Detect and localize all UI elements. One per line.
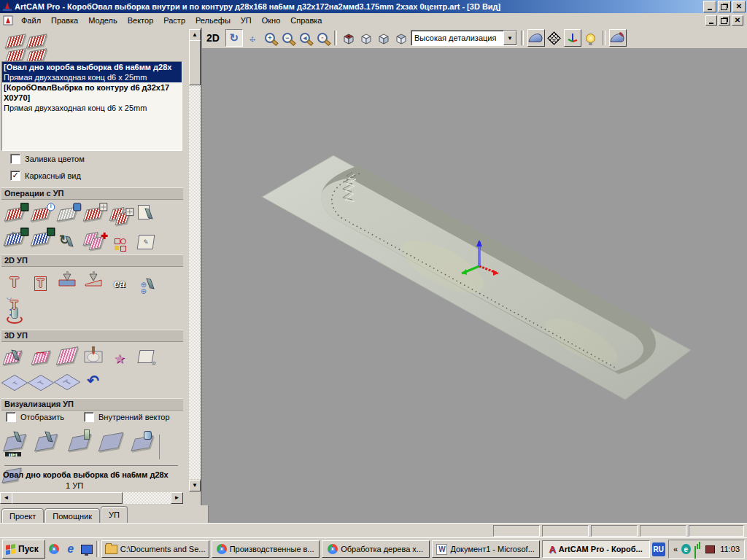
- slice-model-toolpath-icon[interactable]: Т: [55, 370, 79, 394]
- mdi-close-button[interactable]: ✕: [732, 15, 743, 26]
- delete-simulation-icon[interactable]: [96, 426, 125, 458]
- toolpath-list-item[interactable]: [Овал дно короба выборка d6 на6мм д28x: [2, 62, 182, 72]
- mdi-minimize-button[interactable]: [705, 15, 717, 26]
- rotate-view-icon[interactable]: ↻: [225, 29, 243, 47]
- panel-tab[interactable]: УП: [101, 506, 128, 523]
- quick-launch-ie-icon[interactable]: e: [63, 542, 77, 556]
- taskbar-task-button[interactable]: W Документ1 - Microsof...: [432, 540, 540, 558]
- view-along-y-icon[interactable]: [376, 30, 392, 46]
- zoom-previous-icon[interactable]: ◂: [297, 30, 313, 46]
- pan-view-icon[interactable]: ↔↕: [244, 30, 260, 46]
- wireframe-checkbox[interactable]: ✓Каркасный вид: [10, 171, 81, 181]
- taskbar-task-button[interactable]: C:\Documents and Se...: [101, 540, 209, 558]
- tray-network-icon[interactable]: [694, 540, 703, 559]
- restore-button[interactable]: [718, 1, 731, 12]
- male-female-toolpath-icon[interactable]: Т: [28, 370, 53, 395]
- 3d-cut-simulation-icon[interactable]: [81, 342, 105, 367]
- taskbar-task-button[interactable]: A ArtCAM Pro - Короб...: [542, 540, 650, 558]
- menu-item[interactable]: Вектор: [123, 15, 159, 26]
- menu-item[interactable]: Справка: [285, 15, 327, 26]
- panel-horizontal-scrollbar[interactable]: ◄ ►: [0, 492, 183, 504]
- transform-toolpath-icon[interactable]: ↻: [55, 228, 79, 252]
- 2d-view-button[interactable]: 2D: [202, 32, 224, 44]
- reset-material-block-icon[interactable]: [128, 427, 157, 459]
- scroll-right-button[interactable]: ►: [171, 492, 183, 504]
- zoom-out-icon[interactable]: −: [279, 30, 295, 46]
- isometric-view-icon[interactable]: [341, 30, 357, 46]
- smart-engraving-icon[interactable]: ea: [107, 271, 131, 296]
- horizontal-scroll-thumb[interactable]: [12, 492, 123, 504]
- vcarve-icon[interactable]: [55, 267, 79, 292]
- area-clearance-icon[interactable]: Т: [28, 271, 53, 296]
- wireframe-mesh-icon[interactable]: [546, 30, 562, 46]
- menu-item[interactable]: Рельефы: [190, 15, 236, 26]
- panel-tab[interactable]: Проект: [1, 508, 44, 523]
- visualization-show-checkbox[interactable]: Отобразить: [6, 412, 64, 422]
- simulate-toolpath-icon[interactable]: ▮▮▶▮: [2, 427, 31, 459]
- feature-machining-icon[interactable]: ⌐¬: [28, 346, 53, 370]
- fill-color-checkbox[interactable]: Заливка цветом: [10, 154, 85, 164]
- menu-item[interactable]: Правка: [46, 15, 83, 26]
- machine-relief-icon[interactable]: [2, 346, 26, 370]
- vertical-scroll-thumb[interactable]: [189, 40, 201, 85]
- zlevel-roughing-icon[interactable]: [55, 343, 79, 368]
- minimize-button[interactable]: [703, 1, 716, 12]
- relief-paint-icon[interactable]: ✎: [609, 29, 627, 47]
- close-button[interactable]: ✕: [732, 1, 746, 12]
- menu-item[interactable]: Модель: [83, 15, 122, 26]
- toolpath-list-item[interactable]: Прямая двухзаходная конц d6 x 25mm: [2, 72, 182, 82]
- view-along-x-icon[interactable]: [358, 30, 374, 46]
- menu-item[interactable]: УП: [236, 15, 257, 26]
- spiral-machining-icon[interactable]: ★: [107, 346, 131, 371]
- quick-launch-desktop-icon[interactable]: [80, 542, 93, 556]
- tray-collapse-icon[interactable]: «: [673, 545, 678, 553]
- menu-item[interactable]: Окно: [257, 15, 286, 26]
- lighting-icon[interactable]: [583, 30, 599, 46]
- toolpath-list-item[interactable]: [КоробОвалВыбрка по контуру d6 д32x17: [2, 82, 182, 93]
- panel-tab[interactable]: Помощник: [44, 508, 100, 523]
- tray-antivirus-icon[interactable]: e: [681, 544, 691, 554]
- save-toolpath-as-icon[interactable]: [2, 226, 26, 251]
- zoom-in-icon[interactable]: +: [262, 30, 278, 46]
- show-origin-icon[interactable]: [564, 29, 581, 47]
- load-toolpath-icon[interactable]: [28, 226, 53, 251]
- detail-level-dropdown[interactable]: Высокая детализация ▼: [411, 30, 517, 46]
- bevel-carve-icon[interactable]: [81, 267, 105, 292]
- zoom-extents-icon[interactable]: ▫: [314, 30, 330, 46]
- show-relief-icon[interactable]: [527, 29, 545, 47]
- view-along-z-icon[interactable]: [393, 30, 409, 46]
- scroll-down-button[interactable]: ▼: [189, 480, 201, 491]
- calculate-toolpath-icon[interactable]: [81, 202, 105, 227]
- bridges-icon[interactable]: Т◡▪▪: [2, 293, 26, 318]
- start-button[interactable]: Пуск: [2, 540, 45, 559]
- toolpath-list[interactable]: [Овал дно короба выборка d6 на6мм д28xПр…: [1, 61, 182, 151]
- profile-machining-icon[interactable]: Т: [2, 271, 26, 295]
- cutout-toolpath-icon[interactable]: т: [2, 370, 26, 395]
- merge-toolpaths-icon[interactable]: [81, 226, 105, 251]
- menu-item[interactable]: Файл: [16, 15, 46, 26]
- undo-toolpath-icon[interactable]: ↶: [81, 368, 105, 393]
- visualization-inner-vector-checkbox[interactable]: Внутренний вектор: [84, 412, 170, 422]
- quick-launch-chrome-icon[interactable]: [47, 542, 61, 556]
- scroll-left-button[interactable]: ◄: [0, 492, 12, 504]
- laser-picture-icon[interactable]: ⌕: [133, 344, 158, 369]
- taskbar-task-button[interactable]: Обработка дерева х...: [322, 540, 430, 558]
- mdi-restore-button[interactable]: [719, 15, 730, 26]
- 3d-view-canvas[interactable]: [202, 48, 747, 523]
- nesting-icon[interactable]: [107, 233, 131, 257]
- menu-item[interactable]: Растр: [158, 15, 190, 26]
- language-indicator[interactable]: RU: [652, 542, 665, 556]
- tray-display-icon[interactable]: [705, 545, 715, 553]
- simulate-all-toolpaths-icon[interactable]: [34, 427, 63, 459]
- save-toolpath-icon[interactable]: [2, 202, 26, 227]
- scroll-up-button[interactable]: ▲: [189, 29, 201, 41]
- dropdown-arrow-icon[interactable]: ▼: [503, 31, 516, 45]
- simulation-speed-icon[interactable]: [65, 427, 94, 459]
- panel-vertical-scrollbar[interactable]: ▲ ▼: [189, 28, 201, 492]
- toolpath-notes-icon[interactable]: [133, 200, 158, 225]
- toolpath-list-item[interactable]: Прямая двухзаходная конц d6 x 25mm: [2, 103, 182, 113]
- taskbar-task-button[interactable]: Производственные в...: [212, 540, 320, 558]
- toolpath-preview-icon[interactable]: ✎: [133, 230, 158, 254]
- batch-calculate-icon[interactable]: [107, 202, 131, 227]
- toolpath-list-item[interactable]: X0У70]: [2, 93, 182, 103]
